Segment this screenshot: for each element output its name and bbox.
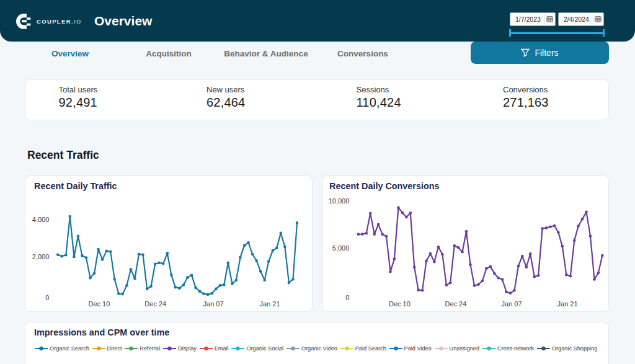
svg-text:Jan 21: Jan 21 (557, 300, 578, 308)
svg-text:0: 0 (45, 294, 49, 301)
svg-text:Jan 21: Jan 21 (260, 300, 280, 308)
svg-text:Jan 07: Jan 07 (203, 300, 224, 308)
svg-text:10,000: 10,000 (329, 197, 350, 205)
svg-text:Dec 10: Dec 10 (88, 300, 110, 308)
svg-text:4,000: 4,000 (32, 216, 50, 223)
svg-text:Jan 07: Jan 07 (502, 300, 522, 308)
svg-text:2,000: 2,000 (32, 253, 50, 260)
svg-text:0: 0 (345, 294, 349, 301)
svg-text:Dec 24: Dec 24 (144, 300, 166, 308)
svg-text:Dec 24: Dec 24 (445, 300, 466, 308)
svg-text:Dec 10: Dec 10 (389, 300, 411, 308)
svg-text:5,000: 5,000 (332, 244, 350, 252)
